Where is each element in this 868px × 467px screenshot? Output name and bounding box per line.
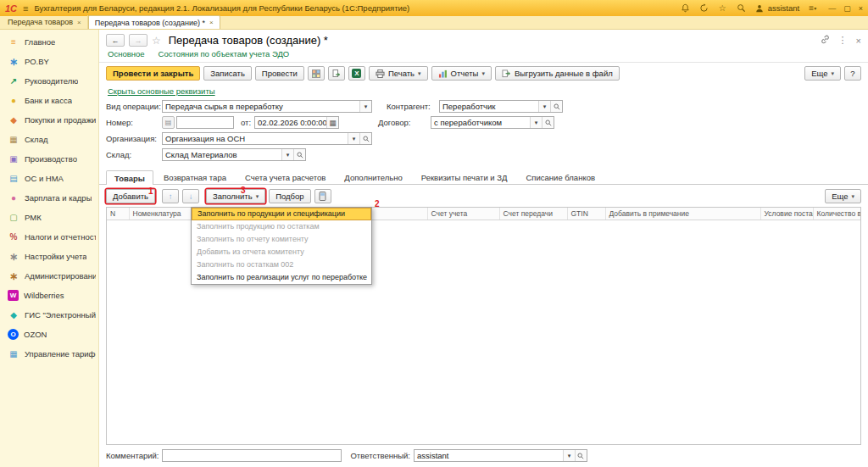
post-and-close-button[interactable]: Провести и закрыть: [106, 66, 200, 81]
tsd-device-button[interactable]: [314, 189, 331, 203]
col-uslovie-postavki[interactable]: Условие поставки: [760, 208, 813, 220]
close-form-icon[interactable]: ×: [856, 36, 861, 46]
menu-item-fill-by-production-and-spec[interactable]: Заполнить по продукции и спецификации: [192, 208, 371, 220]
sidebar-item-bank-i-kassa[interactable]: ●Банк и касса: [0, 91, 98, 110]
tab-rekvizity-pechati[interactable]: Реквизиты печати и ЗД: [413, 170, 516, 184]
sidebar-item-glavnoe[interactable]: ≡Главное: [0, 32, 98, 52]
chevron-down-icon[interactable]: ▾: [530, 117, 542, 128]
sidebar-item-nalogi[interactable]: %Налоги и отчетность: [0, 227, 98, 247]
sidebar-item-sklad[interactable]: ▦Склад: [0, 130, 98, 149]
sidebar-item-po-by[interactable]: ∗РО.BY: [0, 52, 98, 71]
number-input[interactable]: [176, 116, 234, 129]
sidebar-item-ozon[interactable]: OOZON: [0, 325, 98, 344]
col-dobavit-v-primechanie[interactable]: Добавить в примечание: [605, 208, 760, 220]
nav-link-osnovnoe[interactable]: Основное: [108, 49, 145, 58]
date-combo[interactable]: 02.02.2026 0:00:00 ▦: [254, 116, 339, 129]
window-tab-peredacha-tovarov[interactable]: Передача товаров ×: [2, 15, 88, 29]
tab-dopolnitelno[interactable]: Дополнительно: [336, 170, 410, 184]
favorites-star-icon[interactable]: ☆: [717, 3, 728, 14]
close-tab-icon[interactable]: ×: [209, 19, 214, 26]
sidebar-item-proizvodstvo[interactable]: ▣Производство: [0, 149, 98, 169]
window-tab-peredacha-tovarov-sozdanie[interactable]: Передача товаров (создание) * ×: [88, 15, 220, 29]
minimize-icon[interactable]: —: [828, 4, 836, 13]
comment-input[interactable]: [162, 449, 342, 462]
tab-tovary[interactable]: Товары: [106, 170, 153, 185]
forward-button[interactable]: →: [129, 34, 147, 47]
export-to-file-button[interactable]: Выгрузить данные в файл: [495, 66, 620, 81]
counterparty-label: Контрагент:: [387, 102, 439, 111]
lookup-icon[interactable]: [542, 117, 554, 128]
create-based-on-button[interactable]: [328, 66, 345, 81]
more-kebab-icon[interactable]: ⋮: [838, 35, 848, 46]
sidebar-item-rukovoditelyu[interactable]: ↗Руководителю: [0, 71, 98, 91]
menu-item-add-from-committent-report[interactable]: Добавить из отчета комитенту: [192, 246, 371, 259]
hamburger-menu-icon[interactable]: ≡: [23, 3, 28, 14]
responsible-combo[interactable]: assistant ▾: [414, 449, 587, 462]
sidebar-item-upravlenie-tarifom[interactable]: ▦Управление тарифом: [0, 344, 98, 364]
tab-vozvratnaya-tara[interactable]: Возвратная тара: [155, 170, 235, 184]
service-menu-icon[interactable]: ≡▾: [807, 3, 818, 14]
chevron-down-icon[interactable]: ▾: [281, 149, 293, 160]
notifications-bell-icon[interactable]: [680, 3, 691, 14]
operation-type-combo[interactable]: Передача сырья в переработку ▾: [162, 100, 372, 113]
get-link-icon[interactable]: [821, 35, 830, 46]
help-button[interactable]: ?: [844, 66, 861, 81]
warehouse-icon: ▦: [8, 135, 19, 144]
pick-button[interactable]: Подбор: [269, 189, 310, 203]
lookup-icon[interactable]: [550, 101, 562, 112]
move-up-button[interactable]: ↑: [162, 189, 179, 203]
sidebar-item-zarplata-i-kadry[interactable]: ●Зарплата и кадры: [0, 188, 98, 208]
tab-spisanie-blankov[interactable]: Списание бланков: [517, 170, 604, 184]
chevron-down-icon[interactable]: ▾: [563, 450, 575, 461]
more-button-top[interactable]: Еще▾: [804, 66, 841, 81]
chevron-down-icon[interactable]: ▾: [538, 101, 550, 112]
tab-scheta-ucheta-raschetov[interactable]: Счета учета расчетов: [236, 170, 334, 184]
post-button[interactable]: Провести: [255, 66, 304, 81]
col-schet-peredachi[interactable]: Счет передачи: [499, 208, 567, 220]
calendar-icon[interactable]: ▦: [326, 117, 338, 128]
col-kolichestvo-v-meste[interactable]: Количество в месте: [813, 208, 860, 220]
sidebar-item-pokupki-i-prodazhi[interactable]: ◆Покупки и продажи: [0, 110, 98, 130]
sidebar-item-rmk[interactable]: ▢РМК: [0, 208, 98, 227]
menu-item-fill-by-processing-services[interactable]: Заполнить по реализации услуг по перераб…: [192, 271, 371, 284]
sidebar-item-nastroyki-ucheta[interactable]: ∗Настройки учета: [0, 247, 98, 266]
sidebar-item-wildberries[interactable]: WWildberries: [0, 286, 98, 305]
sidebar-item-gis-elektronny-znak[interactable]: ◆ГИС "Электронный знак": [0, 305, 98, 325]
back-button[interactable]: ←: [106, 34, 125, 47]
lookup-icon[interactable]: [293, 149, 305, 160]
reports-button[interactable]: Отчеты▾: [431, 66, 492, 81]
col-gtin[interactable]: GTIN: [567, 208, 605, 220]
save-button[interactable]: Записать: [203, 66, 252, 81]
search-icon[interactable]: [736, 3, 747, 14]
favorite-star-icon[interactable]: ☆: [152, 35, 161, 47]
menu-item-fill-production-by-balances[interactable]: Заполнить продукцию по остаткам: [192, 220, 371, 233]
nav-link-sostoyaniya-edo[interactable]: Состояния по объектам учета ЭДО: [159, 49, 290, 58]
menu-item-fill-by-balances-002[interactable]: Заполнить по остаткам 002: [192, 259, 371, 271]
restore-icon[interactable]: ▢: [843, 4, 851, 13]
sidebar-item-administrirovanie[interactable]: ∗Администрирование: [0, 266, 98, 286]
chevron-down-icon[interactable]: ▾: [359, 101, 371, 112]
chevron-down-icon[interactable]: ▾: [348, 133, 359, 144]
user-menu[interactable]: assistant: [754, 3, 800, 14]
close-window-icon[interactable]: ×: [859, 4, 863, 13]
more-button-grid[interactable]: Еще▾: [825, 189, 861, 203]
warehouse-combo[interactable]: Склад Материалов ▾: [162, 148, 306, 161]
sidebar-item-os-i-nma[interactable]: ▤ОС и НМА: [0, 169, 98, 188]
numbering-icon[interactable]: ▤: [162, 116, 175, 129]
counterparty-combo[interactable]: Переработчик ▾: [439, 100, 563, 113]
lookup-icon[interactable]: [359, 133, 371, 144]
menu-item-fill-by-committent-report[interactable]: Заполнить по отчету комитенту: [192, 233, 371, 246]
col-n[interactable]: N: [107, 208, 129, 220]
fill-button[interactable]: Заполнить▾: [206, 189, 265, 203]
show-postings-button[interactable]: [308, 66, 325, 81]
hide-main-requisites-link[interactable]: Скрыть основные реквизиты: [99, 84, 222, 97]
eschf-button[interactable]: X: [348, 66, 365, 81]
organization-combo[interactable]: Организация на ОСН ▾: [162, 132, 372, 145]
move-down-button[interactable]: ↓: [182, 189, 199, 203]
contract-combo[interactable]: с переработчиком ▾: [431, 116, 554, 129]
col-schet-ucheta[interactable]: Счет учета: [427, 208, 499, 220]
history-icon[interactable]: [698, 3, 709, 14]
print-button[interactable]: Печать▾: [369, 66, 428, 81]
close-tab-icon[interactable]: ×: [77, 19, 81, 26]
lookup-icon[interactable]: [575, 450, 587, 461]
